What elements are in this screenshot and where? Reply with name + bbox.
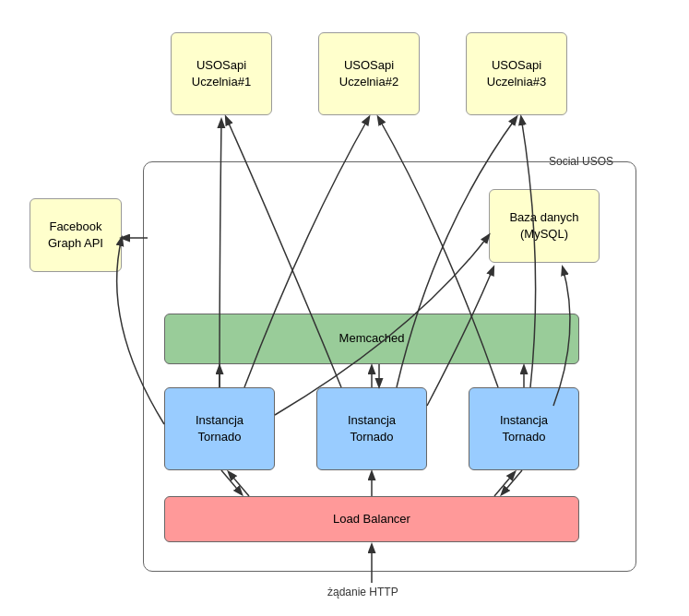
diagram: Social USOS USOSapiUczelnia#1 USOSapiUcz… [0,0,689,616]
social-usos-label: Social USOS [549,155,613,168]
usos1-label: USOSapiUczelnia#1 [192,57,251,90]
usos2-box: USOSapiUczelnia#2 [318,32,420,115]
usos1-box: USOSapiUczelnia#1 [171,32,272,115]
loadbalancer-label: Load Balancer [333,511,410,527]
usos3-box: USOSapiUczelnia#3 [466,32,567,115]
tornado3-label: InstancjaTornado [500,412,548,445]
usos3-label: USOSapiUczelnia#3 [487,57,546,90]
usos2-label: USOSapiUczelnia#2 [339,57,398,90]
tornado2-box: InstancjaTornado [316,387,427,470]
tornado3-box: InstancjaTornado [469,387,579,470]
facebook-label: FacebookGraph API [48,219,103,252]
memcached-label: Memcached [339,330,405,347]
http-label: żądanie HTTP [327,586,398,598]
baza-label: Baza danych(MySQL) [509,209,578,243]
facebook-box: FacebookGraph API [30,198,122,272]
loadbalancer-box: Load Balancer [164,496,579,542]
baza-box: Baza danych(MySQL) [489,189,600,263]
memcached-box: Memcached [164,314,579,364]
tornado1-box: InstancjaTornado [164,387,275,470]
tornado2-label: InstancjaTornado [348,412,396,445]
tornado1-label: InstancjaTornado [196,412,244,445]
